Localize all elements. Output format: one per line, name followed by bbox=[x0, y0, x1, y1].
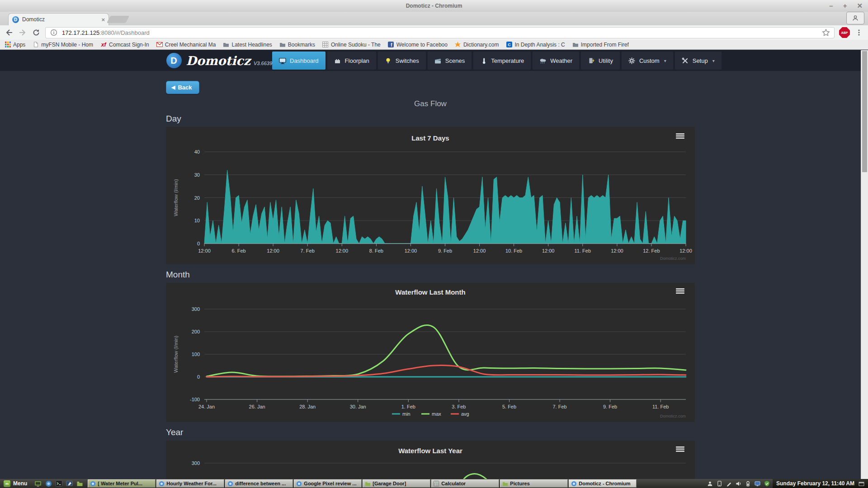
chart-title: Last 7 Days bbox=[411, 134, 449, 142]
utility-icon bbox=[588, 57, 595, 64]
chart-title: Waterflow Last Month bbox=[395, 288, 465, 296]
taskbar-window-button[interactable]: Domoticz - Chromium bbox=[569, 479, 637, 488]
section-label-year: Year bbox=[166, 427, 695, 437]
svg-text:20: 20 bbox=[194, 195, 200, 201]
chart-menu-icon[interactable] bbox=[676, 446, 684, 452]
browser-blue-icon[interactable] bbox=[45, 480, 52, 487]
tab-close-icon[interactable]: × bbox=[101, 16, 105, 23]
bookmark-item[interactable]: Apps bbox=[5, 42, 25, 48]
tray-pen-icon[interactable] bbox=[726, 480, 732, 487]
bookmark-label: Apps bbox=[13, 42, 25, 48]
scrollbar-thumb[interactable] bbox=[862, 51, 867, 172]
page-scrollbar[interactable] bbox=[861, 50, 868, 479]
reload-icon[interactable] bbox=[32, 28, 41, 37]
taskbar-window-label: Domoticz - Chromium bbox=[579, 481, 630, 486]
svg-text:7. Feb: 7. Feb bbox=[301, 248, 315, 253]
taskbar-window-button[interactable]: Pictures bbox=[500, 479, 568, 488]
x-axis-labels: 24. Jan26. Jan28. Jan30. Jan1. Feb3. Feb… bbox=[198, 399, 669, 409]
system-tray bbox=[707, 480, 770, 487]
back-button[interactable]: ◀ Back bbox=[166, 81, 199, 94]
taskbar-window-button[interactable]: Calculator bbox=[431, 479, 499, 488]
taskbar-window-button[interactable]: [ Water Meter Pul... bbox=[88, 479, 156, 488]
browser-menu-icon[interactable] bbox=[854, 28, 863, 37]
nav-item-temperature[interactable]: Temperature bbox=[473, 52, 531, 70]
taskbar-window-button[interactable]: Google Pixel review ... bbox=[294, 479, 362, 488]
screenshot-icon[interactable] bbox=[66, 480, 73, 487]
temperature-icon bbox=[480, 57, 487, 64]
window-minimize-button[interactable]: – bbox=[829, 0, 833, 12]
mint-menu-button[interactable]: m Menu bbox=[0, 479, 31, 488]
taskbar-window-label: [Garage Door] bbox=[373, 481, 406, 486]
window-close-button[interactable]: ✕ bbox=[857, 0, 863, 12]
address-bar[interactable]: 172.17.21.125:8080/#/Dashboard bbox=[45, 27, 835, 38]
bookmark-item[interactable]: Dictionary.com bbox=[455, 42, 499, 48]
bookmark-item[interactable]: Imported From Firef bbox=[572, 42, 629, 48]
taskbar-window-label: Google Pixel review ... bbox=[304, 481, 356, 486]
taskbar-window-button[interactable]: Hourly Weather For... bbox=[156, 479, 224, 488]
dictionary-icon bbox=[455, 42, 461, 48]
svg-text:11. Feb: 11. Feb bbox=[652, 404, 669, 409]
svg-text:6. Feb: 6. Feb bbox=[232, 248, 246, 253]
show-desktop-corner-icon[interactable] bbox=[858, 480, 864, 487]
nav-item-weather[interactable]: Weather bbox=[533, 52, 579, 70]
svg-text:12:00: 12:00 bbox=[267, 248, 279, 253]
chromium-icon bbox=[296, 481, 302, 487]
nav-item-setup[interactable]: Setup▾ bbox=[675, 52, 722, 70]
svg-text:26. Jan: 26. Jan bbox=[249, 404, 265, 409]
menu-label: Menu bbox=[13, 480, 27, 487]
page-info-icon[interactable] bbox=[49, 28, 58, 37]
nav-item-scenes[interactable]: Scenes bbox=[428, 52, 472, 70]
bookmark-item[interactable]: Latest Headlines bbox=[223, 42, 272, 48]
show-desktop-icon[interactable] bbox=[34, 480, 42, 487]
bookmark-item[interactable]: CIn Depth Analysis : C bbox=[506, 42, 565, 48]
url-text[interactable]: 172.17.21.125:8080/#/Dashboard bbox=[62, 28, 818, 37]
sudoku-grid-icon bbox=[322, 42, 329, 48]
quick-launch bbox=[34, 480, 83, 487]
nav-item-label: Utility bbox=[599, 57, 613, 64]
nav-item-floorplan[interactable]: Floorplan bbox=[327, 52, 376, 70]
nav-item-switches[interactable]: Switches bbox=[378, 52, 426, 70]
window-title: Domoticz - Chromium bbox=[406, 3, 462, 9]
back-icon[interactable] bbox=[5, 28, 14, 37]
nav-item-utility[interactable]: Utility bbox=[581, 52, 620, 70]
clock[interactable]: Sunday February 12, 11:40 AM bbox=[776, 480, 854, 487]
chart-menu-icon[interactable] bbox=[676, 133, 684, 139]
tray-display-icon[interactable] bbox=[754, 480, 760, 487]
chart-menu-icon[interactable] bbox=[676, 288, 684, 294]
tray-shield-icon[interactable] bbox=[764, 480, 770, 487]
window-maximize-button[interactable]: + bbox=[843, 0, 847, 12]
bookmark-item[interactable]: myFSN Mobile - Hom bbox=[33, 42, 93, 48]
nav-item-dashboard[interactable]: Dashboard bbox=[272, 52, 326, 70]
profile-button[interactable] bbox=[846, 12, 864, 24]
tray-volume-icon[interactable] bbox=[735, 480, 741, 487]
bookmark-item[interactable]: Creel Mechanical Ma bbox=[156, 42, 216, 48]
svg-text:7. Feb: 7. Feb bbox=[553, 404, 567, 409]
tray-user-icon[interactable] bbox=[707, 480, 713, 487]
browser-tab[interactable]: D Domoticz × bbox=[8, 13, 109, 25]
terminal-icon[interactable] bbox=[55, 480, 62, 487]
taskbar-window-button[interactable]: difference between ... bbox=[225, 479, 293, 488]
taskbar-window-button[interactable]: [Garage Door] bbox=[363, 479, 430, 488]
weather-icon bbox=[539, 57, 547, 64]
switches-icon bbox=[385, 57, 392, 64]
files-icon[interactable] bbox=[76, 480, 83, 487]
custom-icon bbox=[628, 57, 636, 64]
tray-tablet-icon[interactable] bbox=[716, 480, 722, 487]
bookmark-star-icon[interactable] bbox=[821, 28, 830, 37]
bookmark-label: Dictionary.com bbox=[463, 42, 499, 48]
adblock-plus-icon[interactable]: ABP bbox=[839, 27, 850, 38]
tray-battery-icon[interactable] bbox=[745, 480, 751, 487]
new-tab-button[interactable] bbox=[107, 16, 130, 23]
domoticz-navbar: D Domoticz V3.6639 DashboardFloorplanSwi… bbox=[0, 50, 861, 71]
bookmark-item[interactable]: Bookmarks bbox=[279, 42, 315, 48]
forward-icon[interactable] bbox=[18, 28, 27, 37]
window-titlebar[interactable]: Domoticz - Chromium –+✕ bbox=[0, 0, 868, 12]
bookmark-item[interactable]: fWelcome to Faceboo bbox=[388, 42, 448, 48]
back-arrow-icon: ◀ bbox=[171, 84, 175, 90]
nav-item-custom[interactable]: Custom▾ bbox=[622, 52, 673, 70]
year-chart-panel: 300Waterflow Last Year bbox=[166, 441, 695, 479]
page-viewport: D Domoticz V3.6639 DashboardFloorplanSwi… bbox=[0, 50, 868, 479]
svg-text:10: 10 bbox=[194, 218, 200, 223]
bookmark-item[interactable]: xfComcast Sign-In bbox=[100, 42, 149, 48]
bookmark-item[interactable]: Online Sudoku - The bbox=[322, 42, 381, 48]
